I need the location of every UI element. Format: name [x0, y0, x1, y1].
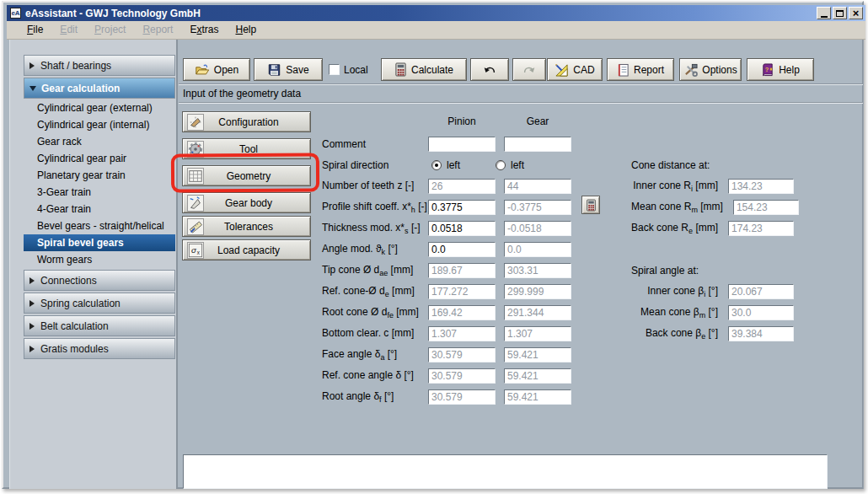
mean-cone-distance-row: Mean cone Rm [mm]	[631, 196, 833, 217]
local-checkbox[interactable]	[329, 64, 340, 75]
maximize-button[interactable]	[833, 7, 847, 19]
load-capacity-button[interactable]: σx Load capacity	[182, 239, 311, 260]
ref-cone-angle-pinion-input[interactable]	[428, 368, 496, 384]
report-button[interactable]: Report	[607, 58, 674, 81]
calc-small-icon	[586, 199, 597, 212]
geometry-button[interactable]: Geometry	[182, 165, 311, 186]
minimize-button[interactable]	[817, 7, 831, 19]
load-capacity-icon: σx	[187, 242, 204, 259]
angle-mod-gear-input[interactable]	[504, 242, 571, 257]
sidebar-group-gratis-modules[interactable]: Gratis modules	[24, 338, 175, 359]
sidebar-item-spiral-bevel-gears[interactable]: Spiral bevel gears	[24, 234, 175, 251]
spiral-gear-radio[interactable]	[496, 160, 506, 170]
pinion-column-header: Pinion	[428, 115, 496, 127]
gear-body-icon	[187, 195, 204, 212]
report-icon	[617, 63, 630, 77]
sidebar-item-cylindrical-gear-internal[interactable]: Cylindrical gear (internal)	[24, 116, 175, 133]
sidebar-item-3-gear-train[interactable]: 3-Gear train	[24, 184, 175, 201]
teeth-pinion-input[interactable]	[428, 179, 496, 194]
sidebar-group-connections[interactable]: Connections	[24, 270, 175, 291]
cad-button[interactable]: CAD	[547, 58, 603, 81]
save-button[interactable]: Save	[254, 58, 323, 81]
spiral-angle-title: Spiral angle at:	[631, 260, 699, 281]
menu-extras[interactable]: Extras	[181, 22, 227, 38]
configuration-button[interactable]: Configuration	[182, 111, 311, 132]
bottom-clearance-pinion-input[interactable]	[428, 326, 496, 341]
collapsed-arrow-icon	[29, 62, 35, 69]
sidebar-item-gear-rack[interactable]: Gear rack	[24, 133, 175, 150]
sidebar-item-cylindrical-gear-pair[interactable]: Cylindrical gear pair	[24, 150, 175, 167]
comment-gear-input[interactable]	[504, 137, 571, 152]
profile-shift-gear-input[interactable]	[504, 200, 571, 215]
ref-cone-angle-gear-input[interactable]	[504, 368, 571, 384]
title-bar[interactable]: eA eAssistant - GWJ Technology GmbH ×	[7, 5, 865, 21]
open-button[interactable]: Open	[183, 58, 250, 81]
inner-spiral-angle-input[interactable]	[728, 284, 794, 299]
toolbar-separator	[179, 83, 863, 85]
thickness-mod-gear-input[interactable]	[504, 221, 571, 236]
mean-spiral-angle-input[interactable]	[728, 305, 794, 320]
ref-cone-gear-input[interactable]	[504, 284, 571, 299]
help-button[interactable]: ? Help	[747, 58, 814, 81]
sidebar-group-belt-calculation[interactable]: Belt calculation	[24, 315, 175, 336]
angle-mod-row: Angle mod. ϑk [°]	[322, 239, 608, 260]
mean-cone-distance-input[interactable]	[733, 200, 799, 215]
thickness-mod-pinion-input[interactable]	[428, 221, 496, 236]
options-button[interactable]: Options	[679, 58, 742, 81]
menu-bar: File Edit Project Report Extras Help	[7, 21, 865, 40]
sidebar-group-spring-calculation[interactable]: Spring calculation	[24, 293, 175, 314]
redo-button[interactable]	[512, 58, 546, 81]
menu-help[interactable]: Help	[227, 22, 265, 38]
sidebar-item-4-gear-train[interactable]: 4-Gear train	[24, 201, 175, 217]
root-angle-gear-input[interactable]	[504, 389, 571, 405]
spiral-pinion-radio-label: left	[447, 159, 460, 171]
options-icon	[683, 63, 698, 77]
face-angle-gear-input[interactable]	[504, 347, 571, 362]
sidebar-item-cylindrical-gear-external[interactable]: Cylindrical gear (external)	[24, 99, 175, 116]
tip-cone-pinion-input[interactable]	[428, 263, 496, 278]
inner-cone-distance-input[interactable]	[728, 179, 794, 194]
menu-file[interactable]: File	[19, 22, 51, 38]
status-separator	[179, 102, 863, 104]
back-spiral-angle-row: Back cone βe [°]	[631, 323, 833, 344]
sidebar-item-worm-gears[interactable]: Worm gears	[24, 251, 175, 268]
tip-cone-row: Tip cone Ø dae [mm]	[322, 260, 608, 281]
bottom-clearance-gear-input[interactable]	[504, 326, 571, 341]
tolerances-button[interactable]: Tolerances	[182, 216, 311, 237]
message-area[interactable]	[183, 454, 828, 489]
number-of-teeth-row: Number of teeth z [-]	[322, 175, 608, 196]
spiral-pinion-radio[interactable]	[431, 160, 442, 170]
root-angle-pinion-input[interactable]	[428, 389, 496, 405]
menu-project: Project	[86, 22, 134, 38]
open-icon	[195, 63, 210, 76]
tip-cone-gear-input[interactable]	[504, 263, 571, 278]
close-button[interactable]: ×	[849, 7, 863, 19]
back-spiral-angle-input[interactable]	[728, 326, 794, 341]
teeth-gear-input[interactable]	[504, 179, 571, 194]
undo-button[interactable]	[470, 58, 509, 81]
gear-body-button[interactable]: Gear body	[182, 192, 311, 213]
window-title: eAssistant - GWJ Technology GmbH	[25, 8, 201, 19]
comment-row: Comment	[322, 133, 608, 154]
ref-cone-row: Ref. cone-Ø de [mm]	[322, 281, 608, 302]
angle-mod-pinion-input[interactable]	[428, 242, 496, 257]
menu-edit: Edit	[51, 22, 86, 38]
calculate-icon	[394, 62, 407, 77]
sidebar-item-bevel-gears[interactable]: Bevel gears - straight/helical	[24, 217, 175, 234]
profile-shift-calculator-button[interactable]	[581, 196, 600, 214]
sidebar-item-planetary-gear-train[interactable]: Planetary gear train	[24, 167, 175, 184]
tool-button[interactable]: Tool	[182, 138, 311, 159]
root-cone-gear-input[interactable]	[504, 305, 571, 320]
root-cone-pinion-input[interactable]	[428, 305, 496, 320]
profile-shift-pinion-input[interactable]	[428, 200, 496, 215]
sidebar-group-gear-calculation[interactable]: Gear calculation	[24, 78, 175, 99]
face-angle-pinion-input[interactable]	[428, 347, 496, 362]
cad-icon	[555, 63, 569, 77]
ref-cone-pinion-input[interactable]	[428, 284, 496, 299]
comment-pinion-input[interactable]	[428, 137, 496, 152]
expanded-arrow-icon	[29, 86, 36, 91]
menu-report: Report	[134, 22, 181, 38]
back-cone-distance-input[interactable]	[728, 221, 794, 236]
sidebar-group-shaft-bearings[interactable]: Shaft / bearings	[24, 55, 175, 76]
calculate-button[interactable]: Calculate	[381, 58, 467, 81]
